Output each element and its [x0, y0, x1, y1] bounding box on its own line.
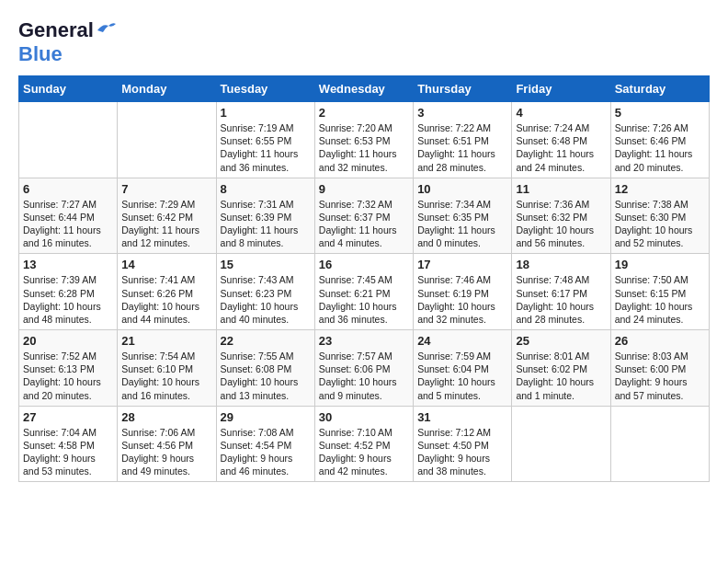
- header-row: SundayMondayTuesdayWednesdayThursdayFrid…: [19, 76, 710, 102]
- day-info: Sunrise: 7:19 AM Sunset: 6:55 PM Dayligh…: [221, 121, 311, 174]
- day-number: 5: [615, 106, 705, 120]
- logo-text-blue: Blue: [18, 42, 63, 65]
- day-info: Sunrise: 7:22 AM Sunset: 6:51 PM Dayligh…: [417, 121, 507, 174]
- day-number: 3: [417, 106, 507, 120]
- col-header-saturday: Saturday: [610, 76, 709, 102]
- week-row-4: 20Sunrise: 7:52 AM Sunset: 6:13 PM Dayli…: [19, 330, 710, 407]
- day-number: 28: [121, 410, 211, 424]
- logo-text-general: General: [18, 18, 94, 42]
- day-cell: 6Sunrise: 7:27 AM Sunset: 6:44 PM Daylig…: [19, 178, 118, 254]
- day-cell: 27Sunrise: 7:04 AM Sunset: 4:58 PM Dayli…: [19, 406, 118, 482]
- col-header-sunday: Sunday: [19, 76, 118, 102]
- day-info: Sunrise: 7:50 AM Sunset: 6:15 PM Dayligh…: [615, 273, 705, 326]
- day-cell: 4Sunrise: 7:24 AM Sunset: 6:48 PM Daylig…: [512, 102, 610, 178]
- day-number: 25: [516, 334, 606, 348]
- day-cell: 2Sunrise: 7:20 AM Sunset: 6:53 PM Daylig…: [314, 102, 413, 178]
- day-number: 23: [319, 334, 409, 348]
- day-cell: 7Sunrise: 7:29 AM Sunset: 6:42 PM Daylig…: [118, 178, 216, 254]
- calendar-table: SundayMondayTuesdayWednesdayThursdayFrid…: [18, 75, 710, 482]
- day-number: 12: [615, 182, 705, 196]
- day-info: Sunrise: 7:34 AM Sunset: 6:35 PM Dayligh…: [417, 198, 507, 250]
- day-info: Sunrise: 7:38 AM Sunset: 6:30 PM Dayligh…: [615, 198, 705, 250]
- day-cell: 21Sunrise: 7:54 AM Sunset: 6:10 PM Dayli…: [118, 330, 216, 407]
- day-cell: 28Sunrise: 7:06 AM Sunset: 4:56 PM Dayli…: [118, 406, 216, 482]
- day-cell: 3Sunrise: 7:22 AM Sunset: 6:51 PM Daylig…: [414, 102, 512, 178]
- day-number: 13: [23, 258, 113, 271]
- day-number: 15: [221, 258, 311, 271]
- day-info: Sunrise: 7:36 AM Sunset: 6:32 PM Dayligh…: [516, 198, 606, 250]
- day-info: Sunrise: 7:12 AM Sunset: 4:50 PM Dayligh…: [417, 426, 507, 478]
- day-number: 14: [121, 258, 211, 271]
- day-cell: 18Sunrise: 7:48 AM Sunset: 6:17 PM Dayli…: [512, 254, 610, 330]
- day-number: 30: [319, 410, 409, 424]
- day-number: 1: [221, 106, 311, 120]
- day-cell: 5Sunrise: 7:26 AM Sunset: 6:46 PM Daylig…: [610, 102, 709, 178]
- day-cell: [610, 406, 709, 482]
- day-info: Sunrise: 7:08 AM Sunset: 4:54 PM Dayligh…: [221, 426, 311, 478]
- day-info: Sunrise: 7:41 AM Sunset: 6:26 PM Dayligh…: [121, 273, 211, 326]
- day-info: Sunrise: 7:59 AM Sunset: 6:04 PM Dayligh…: [417, 350, 507, 402]
- day-cell: 10Sunrise: 7:34 AM Sunset: 6:35 PM Dayli…: [414, 178, 512, 254]
- day-number: 22: [221, 334, 311, 348]
- day-cell: 20Sunrise: 7:52 AM Sunset: 6:13 PM Dayli…: [19, 330, 118, 407]
- day-info: Sunrise: 7:31 AM Sunset: 6:39 PM Dayligh…: [221, 198, 311, 250]
- day-number: 8: [221, 182, 311, 196]
- day-info: Sunrise: 7:55 AM Sunset: 6:08 PM Dayligh…: [221, 350, 311, 402]
- col-header-thursday: Thursday: [414, 76, 512, 102]
- day-cell: 17Sunrise: 7:46 AM Sunset: 6:19 PM Dayli…: [414, 254, 512, 330]
- day-cell: 1Sunrise: 7:19 AM Sunset: 6:55 PM Daylig…: [216, 102, 314, 178]
- day-info: Sunrise: 7:45 AM Sunset: 6:21 PM Dayligh…: [319, 273, 409, 326]
- day-info: Sunrise: 7:06 AM Sunset: 4:56 PM Dayligh…: [121, 426, 211, 478]
- day-cell: 26Sunrise: 8:03 AM Sunset: 6:00 PM Dayli…: [610, 330, 709, 407]
- day-number: 7: [121, 182, 211, 196]
- day-number: 19: [615, 258, 705, 271]
- day-info: Sunrise: 8:01 AM Sunset: 6:02 PM Dayligh…: [516, 350, 606, 402]
- day-number: 31: [417, 410, 507, 424]
- day-cell: 14Sunrise: 7:41 AM Sunset: 6:26 PM Dayli…: [118, 254, 216, 330]
- col-header-friday: Friday: [512, 76, 610, 102]
- day-info: Sunrise: 7:10 AM Sunset: 4:52 PM Dayligh…: [319, 426, 409, 478]
- day-info: Sunrise: 7:39 AM Sunset: 6:28 PM Dayligh…: [23, 273, 113, 326]
- day-info: Sunrise: 7:29 AM Sunset: 6:42 PM Dayligh…: [121, 198, 211, 250]
- day-cell: [512, 406, 610, 482]
- day-number: 11: [516, 182, 606, 196]
- day-info: Sunrise: 7:57 AM Sunset: 6:06 PM Dayligh…: [319, 350, 409, 402]
- day-cell: 13Sunrise: 7:39 AM Sunset: 6:28 PM Dayli…: [19, 254, 118, 330]
- day-cell: 12Sunrise: 7:38 AM Sunset: 6:30 PM Dayli…: [610, 178, 709, 254]
- day-number: 24: [417, 334, 507, 348]
- day-info: Sunrise: 7:54 AM Sunset: 6:10 PM Dayligh…: [121, 350, 211, 402]
- day-info: Sunrise: 7:43 AM Sunset: 6:23 PM Dayligh…: [221, 273, 311, 326]
- week-row-1: 1Sunrise: 7:19 AM Sunset: 6:55 PM Daylig…: [19, 102, 710, 178]
- day-cell: 25Sunrise: 8:01 AM Sunset: 6:02 PM Dayli…: [512, 330, 610, 407]
- day-info: Sunrise: 7:48 AM Sunset: 6:17 PM Dayligh…: [516, 273, 606, 326]
- day-info: Sunrise: 7:26 AM Sunset: 6:46 PM Dayligh…: [615, 121, 705, 174]
- day-info: Sunrise: 7:20 AM Sunset: 6:53 PM Dayligh…: [319, 121, 409, 174]
- day-number: 21: [121, 334, 211, 348]
- header: General Blue: [18, 18, 710, 66]
- day-info: Sunrise: 7:52 AM Sunset: 6:13 PM Dayligh…: [23, 350, 113, 402]
- col-header-monday: Monday: [118, 76, 216, 102]
- day-number: 10: [417, 182, 507, 196]
- day-info: Sunrise: 7:27 AM Sunset: 6:44 PM Dayligh…: [23, 198, 113, 250]
- day-number: 6: [23, 182, 113, 196]
- day-cell: 16Sunrise: 7:45 AM Sunset: 6:21 PM Dayli…: [314, 254, 413, 330]
- day-cell: 23Sunrise: 7:57 AM Sunset: 6:06 PM Dayli…: [314, 330, 413, 407]
- day-number: 16: [319, 258, 409, 271]
- day-cell: 22Sunrise: 7:55 AM Sunset: 6:08 PM Dayli…: [216, 330, 314, 407]
- day-cell: 8Sunrise: 7:31 AM Sunset: 6:39 PM Daylig…: [216, 178, 314, 254]
- day-info: Sunrise: 7:32 AM Sunset: 6:37 PM Dayligh…: [319, 198, 409, 250]
- day-cell: 19Sunrise: 7:50 AM Sunset: 6:15 PM Dayli…: [610, 254, 709, 330]
- day-cell: 9Sunrise: 7:32 AM Sunset: 6:37 PM Daylig…: [314, 178, 413, 254]
- week-row-5: 27Sunrise: 7:04 AM Sunset: 4:58 PM Dayli…: [19, 406, 710, 482]
- day-cell: 24Sunrise: 7:59 AM Sunset: 6:04 PM Dayli…: [414, 330, 512, 407]
- day-info: Sunrise: 8:03 AM Sunset: 6:00 PM Dayligh…: [615, 350, 705, 402]
- day-cell: 31Sunrise: 7:12 AM Sunset: 4:50 PM Dayli…: [414, 406, 512, 482]
- day-cell: 29Sunrise: 7:08 AM Sunset: 4:54 PM Dayli…: [216, 406, 314, 482]
- logo: General Blue: [18, 18, 116, 66]
- week-row-2: 6Sunrise: 7:27 AM Sunset: 6:44 PM Daylig…: [19, 178, 710, 254]
- day-number: 17: [417, 258, 507, 271]
- day-cell: 11Sunrise: 7:36 AM Sunset: 6:32 PM Dayli…: [512, 178, 610, 254]
- col-header-tuesday: Tuesday: [216, 76, 314, 102]
- day-info: Sunrise: 7:24 AM Sunset: 6:48 PM Dayligh…: [516, 121, 606, 174]
- day-cell: 15Sunrise: 7:43 AM Sunset: 6:23 PM Dayli…: [216, 254, 314, 330]
